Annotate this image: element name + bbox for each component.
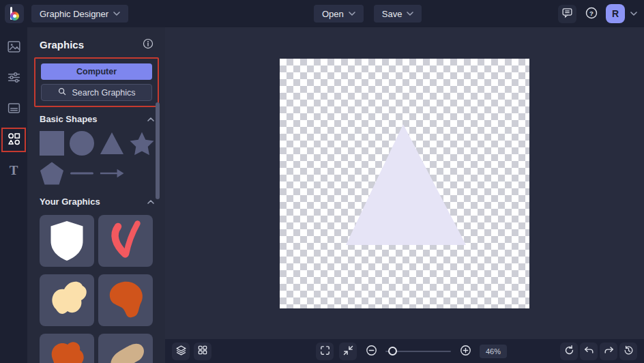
computer-upload-label: Computer: [76, 67, 117, 76]
shape-triangle[interactable]: [100, 131, 124, 156]
bottom-toolbar: 46%: [165, 339, 644, 363]
shape-line[interactable]: [70, 161, 94, 186]
templates-icon: [7, 101, 21, 117]
zoom-slider-handle[interactable]: [388, 347, 397, 355]
history-button[interactable]: [619, 343, 637, 360]
page-title: Graphics: [40, 39, 84, 50]
graphic-tile-blob-cream[interactable]: [40, 274, 94, 326]
graphics-icon: [7, 132, 21, 148]
graphic-tile-heart[interactable]: [98, 215, 153, 267]
redo-button[interactable]: [600, 343, 617, 360]
basic-shapes-section-header[interactable]: Basic Shapes: [27, 107, 165, 128]
your-graphics-grid: [27, 211, 165, 363]
panel-scrollbar[interactable]: [156, 102, 160, 199]
history-icon: [623, 345, 634, 358]
zoom-in-button[interactable]: [456, 343, 474, 360]
open-label: Open: [322, 9, 344, 19]
tool-rail: T: [0, 27, 27, 363]
open-button[interactable]: Open: [314, 5, 364, 23]
info-button[interactable]: [142, 38, 154, 52]
history-controls: [560, 343, 637, 360]
zoom-level-badge[interactable]: 46%: [480, 345, 507, 358]
search-graphics-button[interactable]: Search Graphics: [41, 84, 152, 101]
reset-button[interactable]: [560, 343, 578, 360]
grid-icon: [197, 345, 208, 358]
canvas-stage[interactable]: [280, 59, 529, 308]
computer-upload-button[interactable]: Computer: [41, 63, 152, 80]
annotation-box-upload-buttons: Computer Search Graphics: [34, 57, 159, 107]
chevron-down-icon: [407, 12, 413, 16]
shape-pentagon[interactable]: [40, 161, 64, 186]
help-button[interactable]: ?: [582, 5, 600, 23]
shape-star[interactable]: [130, 131, 154, 156]
info-icon: [142, 38, 154, 52]
triangle-object: [346, 124, 466, 245]
canvas-area: 46%: [165, 27, 644, 363]
chat-button[interactable]: [558, 5, 576, 23]
svg-text:?: ?: [589, 9, 594, 16]
topbar-right: ? R: [558, 4, 637, 23]
graphic-tile-blob-tan[interactable]: [98, 334, 153, 363]
basic-shapes-grid: [27, 128, 165, 190]
undo-icon: [583, 345, 595, 358]
app-menu-label: Graphic Designer: [40, 9, 108, 19]
reset-icon: [564, 345, 575, 358]
shape-circle[interactable]: [70, 131, 94, 156]
save-label: Save: [382, 9, 402, 19]
layers-icon: [175, 345, 187, 358]
save-button[interactable]: Save: [374, 5, 422, 23]
adjustments-icon: [7, 70, 21, 87]
your-graphics-section-header[interactable]: Your Graphics: [27, 190, 165, 211]
graphic-tile-blob-orange-2[interactable]: [40, 334, 94, 363]
shape-arrow[interactable]: [100, 161, 124, 186]
zoom-controls: 46%: [316, 343, 507, 360]
chat-icon: [561, 7, 573, 20]
fit-screen-icon: [342, 345, 354, 358]
grid-view-button[interactable]: [194, 343, 211, 360]
chevron-up-icon: [147, 117, 154, 121]
graphic-tile-shield[interactable]: [40, 215, 94, 267]
avatar-initial: R: [612, 8, 619, 19]
befunky-logo-mark: [10, 7, 20, 20]
graphic-tile-blob-orange[interactable]: [98, 274, 153, 326]
sidebar-item-templates[interactable]: [3, 98, 25, 120]
canvas-triangle-layer[interactable]: [280, 59, 529, 308]
chevron-down-icon: [349, 12, 355, 16]
layers-button[interactable]: [172, 343, 190, 360]
zoom-out-icon: [365, 344, 378, 359]
fullscreen-button[interactable]: [316, 343, 334, 360]
fullscreen-icon: [319, 345, 331, 358]
sidebar-item-photos[interactable]: [3, 37, 25, 59]
topbar: Graphic Designer Open Save: [0, 0, 644, 27]
app-menu-button[interactable]: Graphic Designer: [31, 5, 128, 23]
your-graphics-title: Your Graphics: [40, 197, 100, 207]
search-icon: [57, 87, 67, 98]
graphic-designer-app: Graphic Designer Open Save: [0, 0, 644, 363]
help-icon: ?: [585, 6, 598, 22]
panel-header: Graphics: [27, 27, 165, 57]
zoom-in-icon: [459, 344, 472, 359]
graphics-panel: Graphics Computer Search Graphics Basic …: [27, 27, 165, 363]
toolbar-left-group: [172, 343, 211, 360]
zoom-out-button[interactable]: [362, 343, 380, 360]
undo-button[interactable]: [580, 343, 598, 360]
chevron-up-icon: [147, 200, 154, 204]
text-icon: T: [10, 163, 18, 178]
shape-square[interactable]: [40, 131, 64, 156]
basic-shapes-title: Basic Shapes: [40, 114, 98, 124]
avatar[interactable]: R: [606, 4, 625, 23]
account-chevron-down-icon[interactable]: [630, 12, 637, 16]
redo-icon: [603, 345, 615, 358]
chevron-down-icon: [113, 12, 120, 16]
sidebar-item-edit[interactable]: [3, 68, 25, 89]
photos-icon: [7, 40, 21, 56]
befunky-logo[interactable]: [5, 4, 24, 23]
sidebar-item-graphics[interactable]: [3, 129, 25, 151]
sidebar-item-text[interactable]: T: [3, 160, 25, 182]
search-graphics-label: Search Graphics: [72, 88, 135, 98]
zoom-slider[interactable]: [385, 345, 451, 358]
file-actions: Open Save: [314, 5, 422, 23]
fit-screen-button[interactable]: [339, 343, 357, 360]
